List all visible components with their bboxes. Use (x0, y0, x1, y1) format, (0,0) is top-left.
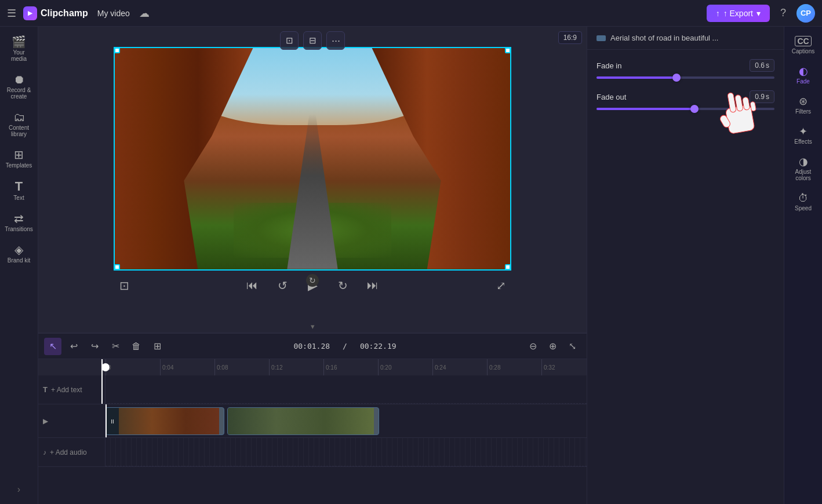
sidebar-item-record-create[interactable]: ⏺ Record & create (2, 69, 36, 104)
far-sidebar-item-fade[interactable]: ◐ Fade (787, 61, 820, 89)
handle-top-left[interactable] (114, 48, 120, 53)
layout-tool-button[interactable]: ⊟ (303, 31, 322, 50)
adjust-colors-icon: ◑ (799, 156, 808, 167)
video-track-label[interactable]: ▶ (38, 404, 106, 437)
fade-out-slider[interactable] (597, 108, 774, 110)
video-title[interactable]: My video (97, 9, 130, 18)
preview-toolbar: ⊡ ⊟ ⋯ (280, 31, 345, 50)
sidebar-item-text[interactable]: T Text (2, 176, 36, 206)
video-clip-2[interactable] (227, 407, 379, 435)
subtitle-button[interactable]: ⊡ (114, 275, 134, 296)
undo-button[interactable]: ↩ (65, 338, 82, 355)
record-icon: ⏺ (13, 74, 25, 85)
clip-pause-icon: ⏸ (106, 408, 119, 434)
fade-in-value-box[interactable]: 0.6 s (750, 59, 774, 72)
sidebar-item-brand-kit[interactable]: ◈ Brand kit (2, 239, 36, 268)
timeline-toolbar: ↖ ↩ ↪ ✂ 🗑 ⊞ 00:01.28 / 00:22.19 ⊖ ⊕ ⤡ (38, 334, 587, 359)
video-canvas[interactable] (114, 47, 511, 271)
total-time: 00:22.19 (360, 342, 397, 350)
menu-icon[interactable]: ☰ (7, 7, 16, 20)
sidebar-label-text: Text (13, 195, 24, 201)
sidebar-label-transitions: Transitions (5, 226, 33, 232)
sidebar-item-templates[interactable]: ⊞ Templates (2, 144, 36, 173)
save-icon[interactable]: ☁ (139, 7, 150, 20)
fade-in-slider[interactable] (597, 76, 774, 79)
fullscreen-button[interactable]: ⤢ (490, 275, 511, 296)
video-track-row: ▶ ⏸ (38, 404, 587, 438)
handle-bottom-right[interactable] (505, 264, 511, 270)
aspect-ratio-badge[interactable]: 16:9 (558, 31, 582, 44)
cut-button[interactable]: ✂ (107, 338, 124, 355)
rewind-5-button[interactable]: ↺ (272, 275, 293, 296)
sidebar-item-your-media[interactable]: 🎬 Your media (2, 31, 36, 67)
ruler-mark-4: 0:04 (160, 359, 214, 375)
more-options-button[interactable]: ⋯ (326, 31, 345, 50)
content-library-icon: 🗂 (13, 111, 25, 123)
clip-thumbnail-1 (119, 408, 219, 434)
far-sidebar-item-adjust-colors[interactable]: ◑ Adjust colors (787, 152, 820, 186)
app-logo: ▶ Clipchamp (23, 6, 88, 20)
video-track-content: ⏸ (106, 404, 587, 437)
video-track-icon: ▶ (43, 417, 48, 425)
sidebar-expand-icon[interactable]: › (13, 480, 25, 499)
panel-body: Fade in 0.6 s Fade out 0.9 s (587, 50, 784, 504)
audio-track-icon: ♪ (43, 448, 46, 456)
text-track-label[interactable]: T + Add text (38, 375, 106, 404)
fade-in-value: 0.6 (755, 61, 765, 70)
audio-track-label[interactable]: ♪ + Add audio (38, 438, 106, 466)
avatar[interactable]: CP (796, 4, 815, 23)
clip-drag-handle-right-2[interactable] (374, 408, 379, 434)
add-audio-button[interactable]: + Add audio (50, 448, 87, 456)
ruler-mark-16: 0:16 (323, 359, 378, 375)
rotate-handle[interactable]: ↻ (306, 274, 319, 287)
ruler-mark-12: 0:12 (269, 359, 323, 375)
center-content: ⊡ ⊟ ⋯ 16:9 (38, 27, 587, 504)
delete-button[interactable]: 🗑 (128, 338, 145, 355)
zoom-out-button[interactable]: ⊖ (524, 338, 541, 355)
forward-5-button[interactable]: ↻ (332, 275, 353, 296)
timeline-fullscreen-button[interactable]: ⤡ (563, 338, 581, 355)
timeline-collapse-button[interactable]: ▾ (38, 320, 587, 333)
far-sidebar-item-captions[interactable]: CC Captions (787, 31, 820, 59)
clip-drag-handle-right[interactable] (219, 408, 224, 434)
fade-out-section: Fade out 0.9 s (597, 90, 774, 110)
sidebar-item-content-library[interactable]: 🗂 Content library (2, 107, 36, 142)
far-sidebar-item-speed[interactable]: ⏱ Speed (787, 188, 820, 216)
ruler-mark-20: 0:20 (378, 359, 432, 375)
fade-out-value-box[interactable]: 0.9 s (750, 90, 774, 103)
audio-track-row: ♪ + Add audio (38, 438, 587, 467)
select-tool-button[interactable]: ↖ (44, 338, 61, 355)
add-text-button[interactable]: + Add text (51, 386, 82, 394)
zoom-in-button[interactable]: ⊕ (544, 338, 561, 355)
text-track-icon: T (43, 385, 48, 394)
adjust-colors-label: Adjust colors (789, 169, 818, 181)
crop-tool-button[interactable]: ⊡ (280, 31, 299, 50)
skip-to-end-button[interactable]: ⏭ (362, 275, 383, 296)
filters-label: Filters (795, 108, 811, 115)
handle-bottom-left[interactable] (114, 264, 120, 270)
right-panel: Aerial shot of road in beautiful ... Fad… (587, 27, 784, 504)
far-sidebar-item-effects[interactable]: ✦ Effects (787, 122, 820, 149)
fade-out-slider-thumb[interactable] (690, 105, 699, 113)
far-sidebar-item-filters[interactable]: ⊛ Filters (787, 92, 820, 119)
canyon-left-wall (115, 48, 253, 269)
export-button[interactable]: ↑ ↑ Export ▾ (707, 5, 770, 22)
fade-in-slider-thumb[interactable] (672, 74, 681, 82)
fade-sidebar-label: Fade (796, 78, 810, 85)
export-icon: ↑ (716, 9, 720, 18)
svg-rect-5 (719, 114, 731, 129)
skip-to-start-button[interactable]: ⏮ (242, 275, 263, 296)
fade-in-label: Fade in (597, 61, 621, 70)
video-clip-1[interactable]: ⏸ (106, 407, 224, 435)
sidebar-item-transitions[interactable]: ⇄ Transitions (2, 208, 36, 237)
brand-kit-icon: ◈ (14, 244, 23, 255)
preview-area: ⊡ ⊟ ⋯ 16:9 (38, 27, 587, 320)
text-icon: T (15, 180, 23, 193)
effects-label: Effects (794, 138, 812, 145)
help-icon[interactable]: ? (780, 7, 786, 19)
redo-button[interactable]: ↪ (86, 338, 103, 355)
timeline-area: ↖ ↩ ↪ ✂ 🗑 ⊞ 00:01.28 / 00:22.19 ⊖ ⊕ ⤡ (38, 333, 587, 504)
combine-button[interactable]: ⊞ (148, 338, 166, 355)
ruler-mark-28: 0:28 (487, 359, 541, 375)
handle-top-right[interactable] (505, 48, 511, 53)
